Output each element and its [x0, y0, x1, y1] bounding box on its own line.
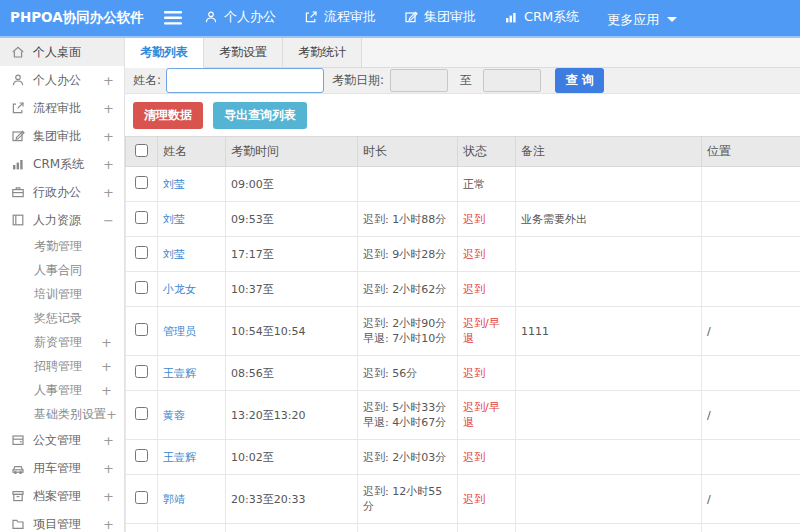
employee-name-link[interactable]: 王壹辉: [163, 367, 196, 380]
status-badge: 正常: [463, 178, 485, 191]
employee-name-link[interactable]: 刘莹: [163, 213, 185, 226]
name-input[interactable]: [166, 68, 324, 93]
sidebar-subitem[interactable]: 基础类别设置+: [0, 402, 124, 426]
sidebar-item[interactable]: 行政办公+: [0, 178, 124, 206]
sidebar-item[interactable]: 档案管理+: [0, 482, 124, 510]
topnav-item[interactable]: CRM系统: [504, 8, 579, 26]
employee-name-link[interactable]: 管理员: [163, 325, 196, 338]
sidebar-item[interactable]: 公文管理+: [0, 426, 124, 454]
sidebar-subitem[interactable]: 奖惩记录: [0, 306, 124, 330]
chart-icon: [11, 157, 26, 171]
date-to-input[interactable]: [483, 69, 541, 92]
expand-plus-icon[interactable]: +: [101, 359, 112, 374]
note-cell: [516, 524, 702, 532]
attendance-table: 姓名考勤时间时长状态备注位置 刘莹09:00至正常刘莹09:53至迟到: 1小时…: [125, 136, 800, 532]
status-cell: 迟到: [458, 202, 516, 237]
tab-attendance-settings[interactable]: 考勤设置: [204, 38, 283, 67]
sidebar-item[interactable]: 个人办公+: [0, 66, 124, 94]
sidebar-item[interactable]: 集团审批+: [0, 122, 124, 150]
employee-name-link[interactable]: 黄蓉: [163, 409, 185, 422]
expand-plus-icon[interactable]: +: [103, 129, 114, 144]
row-checkbox[interactable]: [135, 449, 148, 462]
row-checkbox[interactable]: [135, 365, 148, 378]
expand-plus-icon[interactable]: +: [106, 407, 117, 422]
location-cell: /: [702, 307, 800, 356]
duration-line: 迟到: 1小时88分: [363, 212, 452, 227]
table-row: 王壹辉10:02至迟到: 2小时03分迟到: [126, 440, 800, 475]
employee-name-link[interactable]: 郭靖: [163, 493, 185, 506]
topnav-item[interactable]: 更多应用: [607, 11, 677, 29]
location-cell: /: [702, 391, 800, 440]
sidebar-item[interactable]: 人力资源−: [0, 206, 124, 234]
column-header: 姓名: [158, 137, 226, 167]
sidebar-item[interactable]: 用车管理+: [0, 454, 124, 482]
collapse-minus-icon[interactable]: −: [103, 213, 114, 228]
sidebar-subitem-label: 培训管理: [34, 286, 82, 303]
row-checkbox[interactable]: [135, 211, 148, 224]
sidebar-item-label: CRM系统: [33, 156, 84, 173]
time-cell: 10:37至: [226, 272, 358, 307]
expand-plus-icon[interactable]: +: [103, 517, 114, 532]
row-checkbox[interactable]: [135, 176, 148, 189]
expand-plus-icon[interactable]: +: [101, 383, 112, 398]
duration-line: 迟到: 5小时33分: [363, 400, 452, 415]
clean-data-button[interactable]: 清理数据: [133, 102, 203, 129]
time-cell: 09:53至: [226, 202, 358, 237]
note-cell: [516, 272, 702, 307]
tab-attendance-list[interactable]: 考勤列表: [125, 38, 204, 68]
sidebar-item[interactable]: 个人桌面: [0, 38, 124, 66]
row-checkbox-cell: [126, 391, 158, 440]
tab-attendance-stats[interactable]: 考勤统计: [283, 38, 362, 67]
menu-toggle-icon[interactable]: [164, 11, 182, 25]
date-from-input[interactable]: [390, 69, 448, 92]
time-cell: 20:32至20:32: [226, 524, 358, 532]
expand-plus-icon[interactable]: +: [103, 185, 114, 200]
row-checkbox[interactable]: [135, 323, 148, 336]
employee-name-link[interactable]: 王壹辉: [163, 451, 196, 464]
expand-plus-icon[interactable]: +: [103, 461, 114, 476]
sidebar-item[interactable]: CRM系统+: [0, 150, 124, 178]
sidebar-item-label: 行政办公: [33, 184, 81, 201]
topnav-item-label: 个人办公: [224, 8, 276, 26]
sidebar-subitem[interactable]: 人事管理+: [0, 378, 124, 402]
search-button[interactable]: 查 询: [555, 68, 604, 93]
topnav-item[interactable]: 个人办公: [204, 8, 276, 26]
duration-line: 迟到: 2小时03分: [363, 450, 452, 465]
expand-plus-icon[interactable]: +: [103, 157, 114, 172]
sidebar-subitem[interactable]: 人事合同: [0, 258, 124, 282]
employee-name-link[interactable]: 小龙女: [163, 283, 196, 296]
sidebar-subitem[interactable]: 培训管理: [0, 282, 124, 306]
row-checkbox[interactable]: [135, 281, 148, 294]
doc-icon: [11, 433, 26, 447]
expand-plus-icon[interactable]: +: [103, 489, 114, 504]
archive-icon: [11, 489, 26, 503]
folder-icon: [11, 517, 26, 531]
select-all-checkbox[interactable]: [135, 144, 148, 157]
row-checkbox[interactable]: [135, 491, 148, 504]
edit-icon: [404, 10, 418, 24]
topnav-item[interactable]: 流程审批: [304, 8, 376, 26]
employee-name-link[interactable]: 刘莹: [163, 178, 185, 191]
topnav-item[interactable]: 集团审批: [404, 8, 476, 26]
export-list-button[interactable]: 导出查询列表: [213, 102, 307, 129]
sidebar-item[interactable]: 项目管理+: [0, 510, 124, 532]
expand-plus-icon[interactable]: +: [101, 335, 112, 350]
column-header: 备注: [516, 137, 702, 167]
expand-plus-icon[interactable]: +: [103, 101, 114, 116]
row-checkbox[interactable]: [135, 407, 148, 420]
sidebar-subitem[interactable]: 薪资管理+: [0, 330, 124, 354]
name-cell: 刘莹: [158, 167, 226, 202]
location-cell: [702, 440, 800, 475]
name-label: 姓名:: [133, 72, 161, 89]
sidebar-subitem[interactable]: 招聘管理+: [0, 354, 124, 378]
table-header-row: 姓名考勤时间时长状态备注位置: [126, 137, 800, 167]
expand-plus-icon[interactable]: +: [103, 73, 114, 88]
tab-bar: 考勤列表考勤设置考勤统计: [125, 38, 800, 68]
column-header: 考勤时间: [226, 137, 358, 167]
employee-name-link[interactable]: 刘莹: [163, 248, 185, 261]
row-checkbox[interactable]: [135, 246, 148, 259]
sidebar-subitem[interactable]: 考勤管理: [0, 234, 124, 258]
app-logo[interactable]: PHPOA协同办公软件: [0, 9, 152, 27]
sidebar-item[interactable]: 流程审批+: [0, 94, 124, 122]
expand-plus-icon[interactable]: +: [103, 433, 114, 448]
